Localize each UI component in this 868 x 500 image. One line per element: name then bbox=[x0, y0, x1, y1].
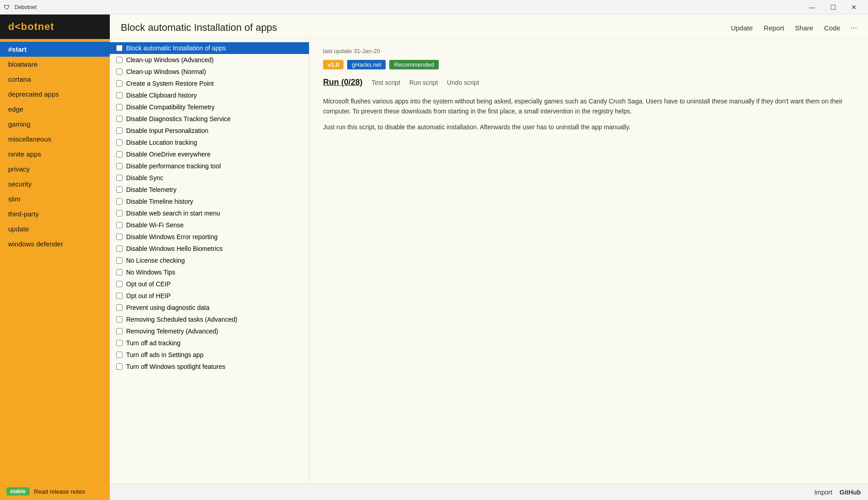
test-script-button[interactable]: Test script bbox=[372, 79, 400, 86]
minimize-button[interactable]: — bbox=[802, 0, 823, 15]
script-item[interactable]: Clean-up Windows (Advanced) bbox=[110, 54, 309, 66]
script-item[interactable]: Disable OneDrive everywhere bbox=[110, 148, 309, 160]
script-item[interactable]: Block automatic Installation of apps bbox=[110, 42, 309, 54]
sidebar-item-gaming[interactable]: gaming bbox=[0, 117, 110, 132]
sidebar-item-miscellaneous[interactable]: miscellaneous bbox=[0, 132, 110, 147]
release-notes-link[interactable]: Read release notes bbox=[34, 488, 85, 495]
script-item-label: Disable Wi-Fi Sense bbox=[126, 221, 184, 229]
script-item[interactable]: Disable performance tracking tool bbox=[110, 160, 309, 172]
report-button[interactable]: Report bbox=[763, 22, 785, 34]
sidebar-item-bloatware[interactable]: bloatware bbox=[0, 57, 110, 72]
run-button[interactable]: Run (0/28) bbox=[323, 78, 363, 87]
script-checkbox[interactable] bbox=[116, 57, 123, 63]
script-checkbox[interactable] bbox=[116, 139, 123, 146]
update-button[interactable]: Update bbox=[730, 22, 754, 34]
script-checkbox[interactable] bbox=[116, 210, 123, 216]
ghacks-badge[interactable]: gHacks.net bbox=[347, 60, 386, 69]
undo-script-button[interactable]: Undo script bbox=[447, 79, 479, 86]
sidebar-item-third-party[interactable]: third-party bbox=[0, 206, 110, 221]
script-checkbox[interactable] bbox=[116, 127, 123, 134]
sidebar-item-cortana[interactable]: cortana bbox=[0, 72, 110, 87]
script-item[interactable]: Disable Compatibility Telemetry bbox=[110, 101, 309, 113]
script-checkbox[interactable] bbox=[116, 363, 123, 370]
sidebar-item-deprecated-apps[interactable]: deprecated apps bbox=[0, 87, 110, 102]
script-list: Block automatic Installation of appsClea… bbox=[110, 39, 309, 484]
sidebar-item-privacy[interactable]: privacy bbox=[0, 162, 110, 176]
script-checkbox[interactable] bbox=[116, 104, 123, 110]
script-item-label: Create a System Restore Point bbox=[126, 80, 214, 87]
script-checkbox[interactable] bbox=[116, 340, 123, 346]
script-item-label: Disable Telemetry bbox=[126, 186, 177, 193]
script-item[interactable]: Disable Diagnostics Tracking Service bbox=[110, 113, 309, 125]
script-item[interactable]: Disable Telemetry bbox=[110, 184, 309, 196]
import-button[interactable]: Import bbox=[814, 489, 833, 496]
script-item[interactable]: Disable Location tracking bbox=[110, 137, 309, 148]
script-checkbox[interactable] bbox=[116, 222, 123, 228]
script-checkbox[interactable] bbox=[116, 186, 123, 193]
sidebar-item-slim[interactable]: slim bbox=[0, 191, 110, 206]
script-item[interactable]: Turn off ad tracking bbox=[110, 337, 309, 349]
sidebar-item-windows-defender[interactable]: windows defender bbox=[0, 236, 110, 251]
script-item[interactable]: Opt out of CEIP bbox=[110, 278, 309, 290]
script-item[interactable]: Disable Wi-Fi Sense bbox=[110, 219, 309, 231]
script-item-label: Clean-up Windows (Normal) bbox=[126, 68, 206, 75]
github-button[interactable]: GitHub bbox=[839, 489, 861, 496]
run-script-button[interactable]: Run script bbox=[409, 79, 438, 86]
share-button[interactable]: Share bbox=[794, 22, 814, 34]
script-checkbox[interactable] bbox=[116, 269, 123, 275]
script-item[interactable]: Disable Input Personalization bbox=[110, 125, 309, 137]
script-checkbox[interactable] bbox=[116, 45, 123, 51]
script-item[interactable]: No License checking bbox=[110, 255, 309, 266]
script-checkbox[interactable] bbox=[116, 293, 123, 299]
sidebar-item-edge[interactable]: edge bbox=[0, 102, 110, 117]
script-checkbox[interactable] bbox=[116, 92, 123, 98]
script-item[interactable]: Opt out of HEIP bbox=[110, 290, 309, 302]
script-item[interactable]: No Windows Tips bbox=[110, 266, 309, 278]
script-item[interactable]: Create a System Restore Point bbox=[110, 78, 309, 89]
maximize-button[interactable]: ☐ bbox=[823, 0, 843, 15]
script-item[interactable]: Disable Windows Error reporting bbox=[110, 231, 309, 243]
sidebar-item-security[interactable]: security bbox=[0, 176, 110, 191]
script-checkbox[interactable] bbox=[116, 234, 123, 240]
script-checkbox[interactable] bbox=[116, 151, 123, 157]
script-checkbox[interactable] bbox=[116, 281, 123, 287]
script-checkbox[interactable] bbox=[116, 257, 123, 264]
script-item[interactable]: Disable Timeline history bbox=[110, 196, 309, 207]
close-button[interactable]: ✕ bbox=[843, 0, 864, 15]
script-checkbox[interactable] bbox=[116, 328, 123, 334]
script-checkbox[interactable] bbox=[116, 69, 123, 75]
script-item[interactable]: Removing Scheduled tasks (Advanced) bbox=[110, 314, 309, 325]
script-checkbox[interactable] bbox=[116, 80, 123, 87]
script-item[interactable]: Turn off ads in Settings app bbox=[110, 349, 309, 361]
script-checkbox[interactable] bbox=[116, 198, 123, 205]
script-item[interactable]: Disable Sync bbox=[110, 172, 309, 184]
script-checkbox[interactable] bbox=[116, 116, 123, 122]
content-area: Block automatic Installation of appsClea… bbox=[110, 39, 868, 484]
script-checkbox[interactable] bbox=[116, 304, 123, 311]
script-item-label: Disable Timeline history bbox=[126, 198, 193, 205]
script-item[interactable]: Disable Windows Hello Biometrics bbox=[110, 243, 309, 255]
script-item-label: Disable OneDrive everywhere bbox=[126, 151, 211, 158]
sidebar-item-update[interactable]: update bbox=[0, 221, 110, 236]
script-checkbox[interactable] bbox=[116, 352, 123, 358]
script-item-label: Block automatic Installation of apps bbox=[126, 44, 226, 52]
script-checkbox[interactable] bbox=[116, 316, 123, 323]
code-button[interactable]: Code bbox=[823, 22, 841, 34]
script-item[interactable]: Disable web search in start menu bbox=[110, 207, 309, 219]
more-button[interactable]: ··· bbox=[850, 23, 857, 33]
script-item[interactable]: Turn off Windows spotlight features bbox=[110, 361, 309, 373]
script-item-label: Disable Windows Error reporting bbox=[126, 233, 218, 240]
script-checkbox[interactable] bbox=[116, 175, 123, 181]
script-item-label: No License checking bbox=[126, 257, 185, 264]
top-bar: Block automatic Installation of apps Upd… bbox=[110, 15, 868, 39]
script-item[interactable]: Prevent using diagnostic data bbox=[110, 302, 309, 314]
recommended-badge: Recommended bbox=[389, 60, 438, 69]
sidebar-item-ninite-apps[interactable]: ninite apps bbox=[0, 147, 110, 162]
script-checkbox[interactable] bbox=[116, 163, 123, 169]
script-item[interactable]: Removing Telemetry (Advanced) bbox=[110, 325, 309, 337]
script-item-label: Opt out of HEIP bbox=[126, 292, 171, 299]
script-item[interactable]: Disable Clipboard history bbox=[110, 89, 309, 101]
sidebar-item-#start[interactable]: #start bbox=[0, 42, 110, 57]
script-checkbox[interactable] bbox=[116, 245, 123, 252]
script-item[interactable]: Clean-up Windows (Normal) bbox=[110, 66, 309, 78]
